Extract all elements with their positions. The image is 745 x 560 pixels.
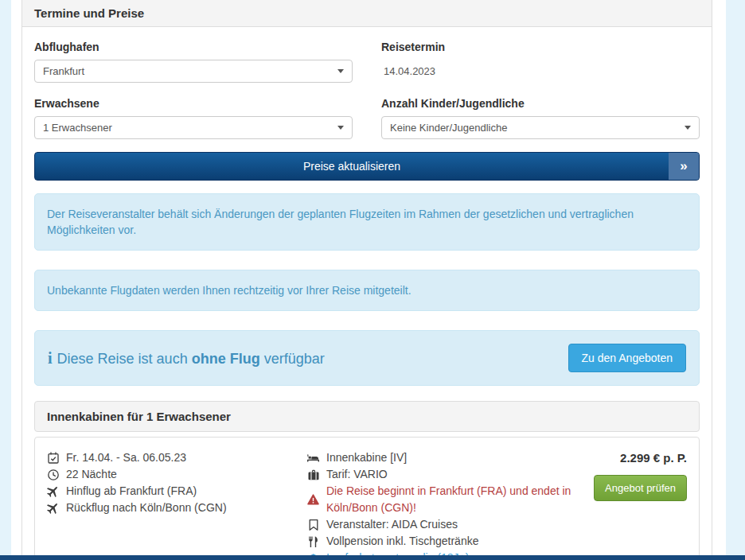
departure-field-group: Abflughafen Frankfurt — [34, 41, 353, 83]
offer-date-range: Fr. 14.04. - Sa. 06.05.23 — [47, 449, 307, 466]
bottom-navy-band — [0, 555, 745, 560]
offer-price-column: 2.299 € p. P. Angebot prüfen — [590, 449, 687, 560]
check-offer-button[interactable]: Angebot prüfen — [594, 475, 687, 501]
cabin-section-title: Innenkabinen für 1 Erwachsener — [34, 401, 700, 432]
travel-date-value: 14.04.2023 — [381, 60, 700, 77]
page-background-strip-left — [0, 0, 11, 560]
adults-select-value: 1 Erwachsener — [43, 122, 337, 134]
flight-data-notice: Unbekannte Flugdaten werden Ihnen rechtz… — [34, 270, 700, 311]
double-chevron-right-icon: » — [669, 153, 699, 180]
bed-icon — [307, 449, 319, 466]
plane-icon — [47, 500, 59, 516]
warning-icon — [307, 483, 319, 516]
offer-route-warning: Die Reise beginnt in Frankfurt (FRA) und… — [307, 483, 590, 516]
chevron-down-icon — [337, 69, 344, 73]
travel-date-label: Reisetermin — [381, 41, 700, 53]
children-field-group: Anzahl Kinder/Jugendliche Keine Kinder/J… — [381, 97, 700, 139]
offer-price: 2.299 € p. P. — [590, 449, 687, 465]
chevron-down-icon — [685, 126, 691, 130]
adults-select[interactable]: 1 Erwachsener — [34, 116, 353, 139]
update-prices-button[interactable]: Preise aktualisieren » — [34, 152, 700, 181]
adults-field-group: Erwachsene 1 Erwachsener — [34, 97, 353, 139]
offer-row: Fr. 14.04. - Sa. 06.05.23 22 Nächte Hinf… — [34, 437, 700, 560]
date-field-group: Reisetermin 14.04.2023 — [381, 41, 700, 83]
offer-nights: 22 Nächte — [47, 466, 307, 483]
children-select[interactable]: Keine Kinder/Jugendliche — [381, 116, 700, 139]
children-select-value: Keine Kinder/Jugendliche — [390, 122, 685, 134]
booking-form: Abflughafen Frankfurt Reisetermin 14.04.… — [34, 41, 700, 139]
clock-icon — [47, 466, 59, 483]
no-flight-banner-text: iDiese Reise ist auch ohne Flug verfügba… — [48, 349, 568, 368]
departure-select-value: Frankfurt — [43, 65, 337, 77]
info-icon: i — [48, 349, 53, 367]
chevron-down-icon — [337, 126, 344, 130]
departure-select[interactable]: Frankfurt — [34, 60, 353, 83]
bookmark-icon — [307, 516, 319, 533]
children-label: Anzahl Kinder/Jugendliche — [381, 97, 700, 110]
suitcase-icon — [307, 466, 319, 483]
update-prices-button-label: Preise aktualisieren — [35, 153, 669, 180]
offer-cabin-type: Innenkabine [IV] — [307, 449, 590, 466]
offer-outbound-flight: Hinflug ab Frankfurt (FRA) — [47, 483, 307, 500]
go-to-offers-button[interactable]: Zu den Angeboten — [568, 344, 686, 372]
dates-prices-panel: Termine und Preise Abflughafen Frankfurt… — [21, 0, 712, 560]
adults-label: Erwachsene — [34, 97, 353, 110]
offer-return-flight: Rückflug nach Köln/Bonn (CGN) — [47, 500, 307, 516]
no-flight-banner: iDiese Reise ist auch ohne Flug verfügba… — [34, 330, 700, 386]
offer-board-type: Vollpension inkl. Tischgetränke — [307, 533, 590, 550]
panel-title: Termine und Preise — [22, 0, 712, 27]
offer-tariff: Tarif: VARIO — [307, 466, 590, 483]
departure-label: Abflughafen — [34, 41, 353, 53]
offer-operator: Veranstalter: AIDA Cruises — [307, 516, 590, 533]
flight-times-notice: Der Reiseveranstalter behält sich Änderu… — [34, 193, 700, 251]
offer-travel-column: Fr. 14.04. - Sa. 06.05.23 22 Nächte Hinf… — [47, 449, 307, 560]
utensils-icon — [307, 533, 319, 550]
offer-details-column: Innenkabine [IV] Tarif: VARIO Die Reise … — [307, 449, 590, 560]
page-background-strip-right — [726, 0, 745, 560]
calendar-check-icon — [47, 449, 59, 466]
plane-icon — [47, 483, 59, 500]
